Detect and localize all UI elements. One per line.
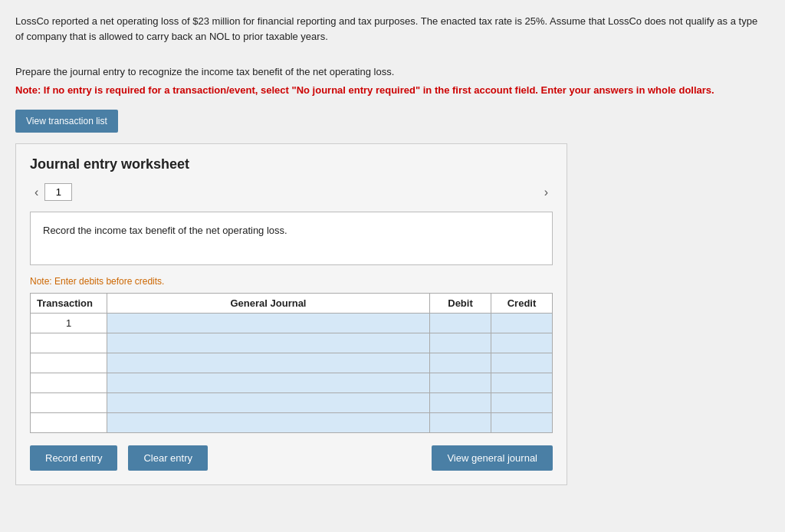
table-row-transaction-1 [31,333,107,353]
journal-input-0[interactable] [107,314,429,333]
table-row-journal-5[interactable] [107,413,430,433]
credit-input-3[interactable] [491,373,552,392]
journal-input-3[interactable] [107,373,429,392]
worksheet-title: Journal entry worksheet [30,156,553,172]
debit-input-0[interactable] [430,314,491,333]
table-row-credit-0[interactable] [491,314,553,333]
prepare-text: Prepare the journal entry to recognize t… [15,64,770,80]
view-general-journal-button[interactable]: View general journal [432,445,553,471]
table-row-transaction-3 [31,373,107,393]
clear-entry-button[interactable]: Clear entry [128,445,208,471]
journal-input-1[interactable] [107,333,429,353]
table-row-debit-0[interactable] [430,314,491,333]
table-row-credit-1[interactable] [491,333,553,353]
table-row-credit-2[interactable] [491,353,553,373]
table-row-journal-4[interactable] [107,393,430,413]
credit-input-0[interactable] [491,314,552,333]
nav-next-arrow[interactable]: › [540,184,553,201]
note-debits-credits: Note: Enter debits before credits. [30,276,553,287]
credit-input-4[interactable] [491,393,552,412]
table-row-credit-3[interactable] [491,373,553,393]
journal-input-2[interactable] [107,353,429,373]
table-row-debit-1[interactable] [430,333,491,353]
view-transaction-list-button[interactable]: View transaction list [15,110,118,133]
table-row-transaction-5 [31,413,107,433]
table-row-credit-4[interactable] [491,393,553,413]
nav-prev-arrow[interactable]: ‹ [30,184,43,201]
debit-input-1[interactable] [430,333,491,353]
journal-table: Transaction General Journal Debit Credit… [30,293,553,433]
col-header-general-journal: General Journal [107,294,430,314]
table-row-journal-0[interactable] [107,314,430,333]
table-row-debit-5[interactable] [430,413,491,433]
col-header-debit: Debit [430,294,491,314]
table-row-transaction-4 [31,393,107,413]
record-entry-button[interactable]: Record entry [30,445,117,471]
col-header-credit: Credit [491,294,553,314]
instruction-box: Record the income tax benefit of the net… [30,212,553,265]
table-row-debit-3[interactable] [430,373,491,393]
table-row-journal-3[interactable] [107,373,430,393]
journal-entry-worksheet: Journal entry worksheet ‹ › Record the i… [15,143,567,485]
table-row-debit-4[interactable] [430,393,491,413]
nav-row: ‹ › [30,183,553,201]
table-row-journal-2[interactable] [107,353,430,373]
bottom-buttons-row: Record entry Clear entry View general jo… [30,445,553,471]
debit-input-3[interactable] [430,373,491,392]
note-red: Note: If no entry is required for a tran… [15,83,767,98]
debit-input-5[interactable] [430,413,491,432]
intro-paragraph1: LossCo reported a net operating loss of … [15,14,767,44]
journal-input-5[interactable] [107,413,429,432]
credit-input-1[interactable] [491,333,552,353]
journal-input-4[interactable] [107,393,429,412]
table-row-credit-5[interactable] [491,413,553,433]
debit-input-4[interactable] [430,393,491,412]
debit-input-2[interactable] [430,353,491,373]
table-row-transaction-2 [31,353,107,373]
table-row-transaction-0: 1 [31,314,107,333]
table-row-debit-2[interactable] [430,353,491,373]
credit-input-2[interactable] [491,353,552,373]
col-header-transaction: Transaction [31,294,107,314]
table-row-journal-1[interactable] [107,333,430,353]
nav-number-input[interactable] [44,183,72,201]
credit-input-5[interactable] [491,413,552,432]
